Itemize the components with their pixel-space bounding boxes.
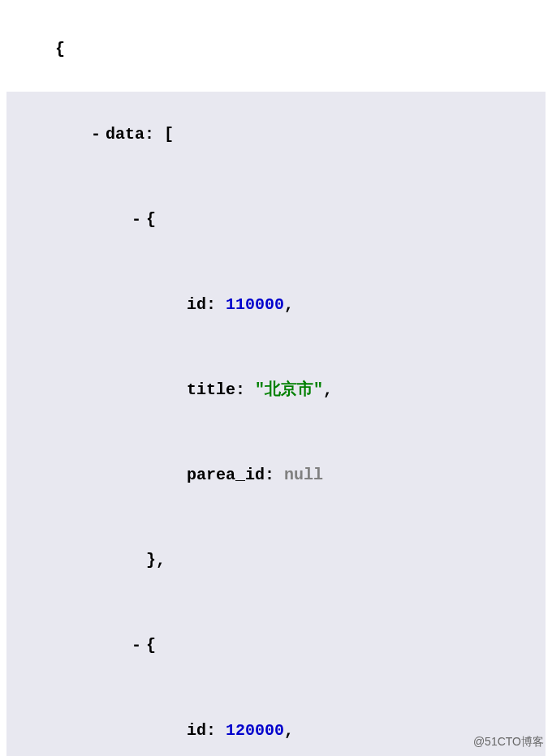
brace-open: { xyxy=(55,40,65,58)
parea-line: parea_id: null xyxy=(6,432,546,518)
watermark: @51CTO博客 xyxy=(473,732,544,752)
collapse-toggle[interactable]: - xyxy=(132,631,146,659)
value-id: 110000 xyxy=(226,295,284,314)
object-close: }, xyxy=(6,518,546,603)
id-line: id: 120000, xyxy=(6,688,546,756)
key-id: id xyxy=(187,295,206,314)
value-title: "北京市" xyxy=(255,380,323,399)
data-key-line: - data: [ xyxy=(6,92,546,177)
object-open: - { xyxy=(6,603,546,688)
collapse-toggle[interactable]: - xyxy=(91,120,106,148)
key-id: id xyxy=(187,721,206,740)
key-title: title xyxy=(187,380,235,399)
key-parea: parea_id xyxy=(187,466,265,484)
value-id: 120000 xyxy=(226,721,284,740)
bracket-open: [ xyxy=(164,125,174,144)
root-open-brace: { xyxy=(6,6,546,92)
id-line: id: 110000, xyxy=(6,262,546,347)
data-key: data xyxy=(106,125,144,144)
collapse-toggle[interactable]: - xyxy=(132,205,146,234)
title-line: title: "北京市", xyxy=(6,347,546,432)
value-parea: null xyxy=(284,466,323,484)
data-block: - data: [ - { id: 110000, title: "北京市", … xyxy=(6,92,546,756)
object-open: - { xyxy=(6,177,546,262)
json-viewer: { - data: [ - { id: 110000, title: "北京市"… xyxy=(6,6,546,756)
